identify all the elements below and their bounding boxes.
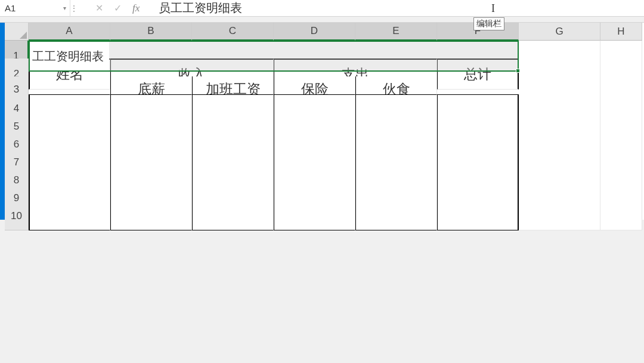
enter-icon[interactable]: ✓ — [114, 2, 122, 14]
col-header-C[interactable]: C — [192, 23, 274, 41]
cell-B10[interactable] — [110, 202, 192, 230]
row-header-10[interactable]: 10 — [5, 202, 29, 230]
col-header-G[interactable]: G — [519, 23, 600, 41]
cell-E10[interactable] — [355, 202, 437, 230]
cell-A10[interactable] — [29, 202, 110, 230]
col-header-B[interactable]: B — [110, 23, 192, 41]
fx-icon[interactable]: fx — [132, 2, 140, 14]
cell-F10[interactable] — [437, 202, 519, 230]
cell-H10[interactable] — [600, 202, 642, 230]
dropdown-icon[interactable]: ▾ — [63, 5, 66, 11]
text-cursor-icon: I — [491, 2, 495, 15]
cancel-icon[interactable]: ✕ — [95, 2, 103, 14]
cell-F2[interactable]: 总计 — [437, 59, 519, 90]
divider-handle[interactable] — [70, 0, 78, 16]
formula-bar: A1 ▾ ✕ ✓ fx 员工工资明细表 I — [0, 0, 644, 17]
col-header-E[interactable]: E — [355, 23, 437, 41]
left-edge — [0, 23, 5, 220]
col-header-A[interactable]: A — [29, 23, 110, 41]
col-header-H[interactable]: H — [600, 23, 642, 41]
cell-D10[interactable] — [274, 202, 355, 230]
active-cell-A1[interactable]: 工工资明细表 — [30, 42, 109, 70]
tooltip: 编辑栏 — [473, 17, 504, 30]
col-header-D[interactable]: D — [274, 23, 355, 41]
cell-G10[interactable] — [519, 202, 600, 230]
formula-input[interactable]: 员工工资明细表 — [148, 0, 644, 16]
name-box-value: A1 — [5, 3, 16, 13]
cell-C10[interactable] — [192, 202, 274, 230]
spacer-bar — [0, 17, 644, 23]
sheet-area: A B C D E F G H 1 2 姓名 收入 支出 总计 3 底薪 加班工… — [0, 23, 644, 220]
grid-wrapper: A B C D E F G H 1 2 姓名 收入 支出 总计 3 底薪 加班工… — [5, 23, 642, 220]
name-box[interactable]: A1 ▾ — [0, 0, 70, 16]
select-all-corner[interactable] — [5, 23, 29, 41]
formula-bar-buttons: ✕ ✓ fx — [78, 2, 148, 14]
